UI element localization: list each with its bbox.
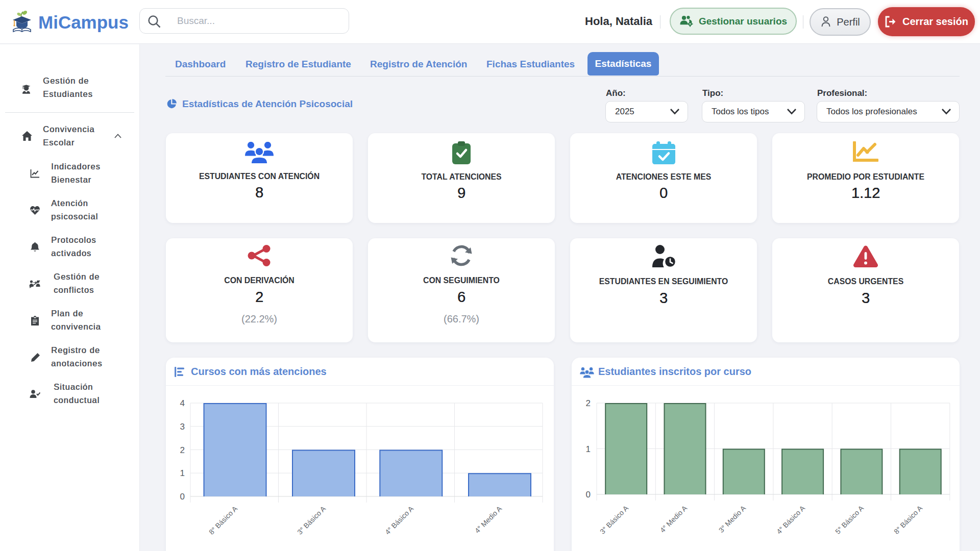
svg-text:0: 0 bbox=[586, 490, 591, 499]
svg-text:8° Básico A: 8° Básico A bbox=[207, 504, 239, 536]
svg-text:1: 1 bbox=[586, 444, 591, 454]
svg-text:3° Básico A: 3° Básico A bbox=[296, 504, 328, 536]
svg-text:4° Básico A: 4° Básico A bbox=[775, 504, 807, 536]
svg-text:4: 4 bbox=[180, 398, 185, 408]
svg-text:4° Medio A: 4° Medio A bbox=[658, 504, 689, 534]
svg-text:3° Medio A: 3° Medio A bbox=[717, 504, 748, 534]
svg-text:8° Básico A: 8° Básico A bbox=[892, 504, 924, 536]
svg-text:5° Básico A: 5° Básico A bbox=[834, 504, 866, 536]
svg-text:4° Medio A: 4° Medio A bbox=[473, 504, 504, 535]
svg-text:4° Básico A: 4° Básico A bbox=[383, 504, 415, 536]
svg-text:2: 2 bbox=[180, 445, 185, 455]
svg-text:1: 1 bbox=[180, 468, 185, 478]
svg-text:0: 0 bbox=[180, 492, 185, 502]
svg-text:3° Básico A: 3° Básico A bbox=[598, 504, 630, 536]
svg-text:3: 3 bbox=[180, 422, 185, 432]
svg-text:2: 2 bbox=[586, 398, 591, 408]
